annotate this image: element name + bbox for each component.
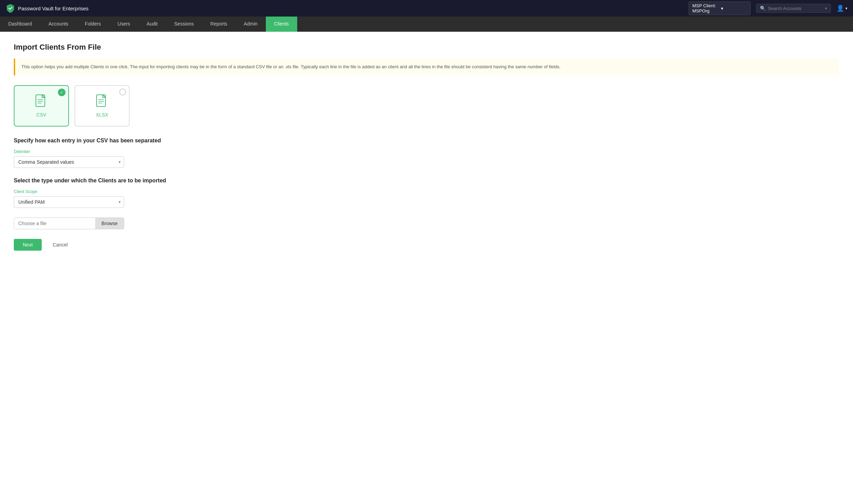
main-content: Import Clients From File This option hel… <box>0 32 853 504</box>
nav-item-users[interactable]: Users <box>109 17 139 32</box>
search-area: 🔍 ▾ <box>756 4 831 13</box>
format-card-group: ✓ CSV XLSX <box>14 85 839 127</box>
user-avatar-icon: 👤 <box>836 4 844 12</box>
browse-button[interactable]: Browse <box>95 218 124 229</box>
topbar: Password Vault for Enterprises MSP Clien… <box>0 0 853 17</box>
msp-client-label: MSP Client: MSPOrg <box>692 3 718 13</box>
search-icon: 🔍 <box>760 6 766 11</box>
nav-item-sessions[interactable]: Sessions <box>166 17 202 32</box>
xlsx-radio-badge <box>119 89 126 95</box>
csv-selected-badge: ✓ <box>58 89 66 96</box>
action-buttons: Next Cancel <box>14 239 839 251</box>
nav-item-admin[interactable]: Admin <box>235 17 266 32</box>
msp-chevron-icon: ▾ <box>721 6 747 11</box>
delimiter-section: Specify how each entry in your CSV has b… <box>14 138 839 168</box>
cancel-button[interactable]: Cancel <box>46 239 75 251</box>
delimiter-select[interactable]: Comma Separated values Semicolon Separat… <box>14 156 124 168</box>
nav-item-dashboard[interactable]: Dashboard <box>0 17 40 32</box>
info-box: This option helps you add multiple Clien… <box>14 59 839 75</box>
nav-item-reports[interactable]: Reports <box>202 17 235 32</box>
xlsx-label: XLSX <box>96 112 108 118</box>
file-input-wrapper: Browse <box>14 218 124 229</box>
user-menu-button[interactable]: 👤 ▾ <box>836 4 847 12</box>
scope-section: Select the type under which the Clients … <box>14 178 839 208</box>
app-logo: Password Vault for Enterprises <box>6 3 89 13</box>
search-chevron-icon: ▾ <box>825 6 827 11</box>
format-card-csv[interactable]: ✓ CSV <box>14 85 69 127</box>
info-text: This option helps you add multiple Clien… <box>21 64 561 69</box>
delimiter-select-wrapper: Comma Separated values Semicolon Separat… <box>14 156 124 168</box>
navbar: Dashboard Accounts Folders Users Audit S… <box>0 17 853 32</box>
scope-select-wrapper: Unified PAM Standard ▾ <box>14 196 124 208</box>
nav-item-accounts[interactable]: Accounts <box>40 17 77 32</box>
scope-field-label: Client Scope <box>14 189 839 194</box>
csv-file-icon <box>35 94 48 109</box>
delimiter-section-title: Specify how each entry in your CSV has b… <box>14 138 839 144</box>
user-chevron-icon: ▾ <box>845 6 847 11</box>
msp-client-selector[interactable]: MSP Client: MSPOrg ▾ <box>689 1 751 15</box>
search-input[interactable] <box>768 6 823 11</box>
logo-icon <box>6 3 15 13</box>
file-section: Browse <box>14 218 839 229</box>
format-card-xlsx[interactable]: XLSX <box>74 85 130 127</box>
csv-label: CSV <box>37 112 47 118</box>
xlsx-file-icon <box>96 94 108 109</box>
app-title: Password Vault for Enterprises <box>18 6 89 11</box>
nav-item-clients[interactable]: Clients <box>266 17 297 32</box>
page-title: Import Clients From File <box>14 43 839 52</box>
scope-select[interactable]: Unified PAM Standard <box>14 196 124 208</box>
nav-item-audit[interactable]: Audit <box>138 17 166 32</box>
scope-section-title: Select the type under which the Clients … <box>14 178 839 184</box>
next-button[interactable]: Next <box>14 239 42 251</box>
file-input[interactable] <box>14 218 95 229</box>
nav-item-folders[interactable]: Folders <box>77 17 109 32</box>
delimiter-field-label: Delimiter <box>14 149 839 154</box>
